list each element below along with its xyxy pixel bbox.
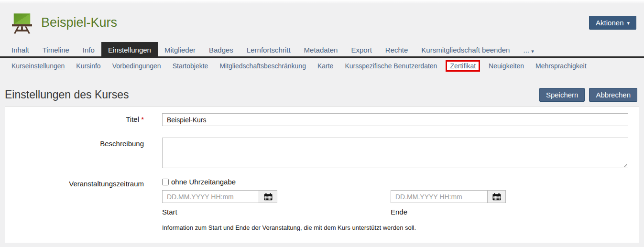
page-header: Beispiel-Kurs Aktionen ▾ xyxy=(0,0,644,42)
tab-rechte[interactable]: Rechte xyxy=(379,43,415,56)
form-row-event-period: Veranstaltungszeitraum ohne Uhrzeitangab… xyxy=(5,178,628,231)
calendar-icon xyxy=(492,193,501,201)
tab-more-label: ... xyxy=(523,46,529,54)
main-tabbar: Inhalt Timeline Info Einstellungen Mitgl… xyxy=(0,42,644,58)
subtab-startobjekte[interactable]: Startobjekte xyxy=(173,62,208,70)
title-label: Titel * xyxy=(5,113,162,126)
title-input[interactable] xyxy=(162,113,628,126)
no-time-row: ohne Uhrzeitangabe xyxy=(162,178,628,186)
event-period-control: ohne Uhrzeitangabe xyxy=(162,178,628,231)
tab-lernfortschritt[interactable]: Lernfortschritt xyxy=(240,43,297,56)
subtab-vorbedingungen[interactable]: Vorbedingungen xyxy=(112,62,161,70)
cancel-button[interactable]: Abbrechen xyxy=(589,88,637,102)
description-textarea[interactable] xyxy=(162,138,628,168)
tab-metadaten[interactable]: Metadaten xyxy=(297,43,345,56)
description-label: Beschreibung xyxy=(5,138,162,168)
end-calendar-button[interactable] xyxy=(487,191,505,203)
page-title: Beispiel-Kurs xyxy=(41,15,589,30)
actions-button[interactable]: Aktionen ▾ xyxy=(589,16,636,30)
subtab-kurseinstellungen[interactable]: Kurseinstellungen xyxy=(11,62,65,70)
actions-button-label: Aktionen xyxy=(596,19,623,27)
tab-inhalt[interactable]: Inhalt xyxy=(5,43,36,56)
start-calendar-button[interactable] xyxy=(259,191,277,203)
tab-export[interactable]: Export xyxy=(344,43,378,56)
start-caption: Start xyxy=(162,208,277,216)
start-date-input-group xyxy=(162,190,277,203)
caret-down-icon: ▾ xyxy=(627,21,630,26)
end-caption: Ende xyxy=(391,208,506,216)
subtab-neuigkeiten[interactable]: Neuigkeiten xyxy=(489,62,524,70)
tab-mitglieder[interactable]: Mitglieder xyxy=(158,43,202,56)
subtab-karte[interactable]: Karte xyxy=(317,62,333,70)
tab-more[interactable]: ... ▾ xyxy=(516,43,540,56)
required-marker: * xyxy=(141,115,144,123)
form-row-title: Titel * xyxy=(5,113,628,126)
content-heading: Einstellungen des Kurses xyxy=(5,88,129,101)
caret-down-icon: ▾ xyxy=(531,48,534,54)
course-easel-icon xyxy=(11,11,33,34)
title-control xyxy=(162,113,628,126)
tab-badges[interactable]: Badges xyxy=(202,43,240,56)
event-period-info: Information zum Start und Ende der Veran… xyxy=(162,224,628,231)
description-control xyxy=(162,138,628,168)
no-time-checkbox[interactable] xyxy=(162,179,169,185)
content-heading-row: Einstellungen des Kurses Speichern Abbre… xyxy=(0,75,644,106)
end-date-input[interactable] xyxy=(391,191,487,203)
sub-tabbar: Kurseinstellungen Kursinfo Vorbedingunge… xyxy=(0,58,644,75)
date-groups: Start xyxy=(162,190,628,216)
settings-form-panel: Titel * Beschreibung Veranstaltungszeitr… xyxy=(5,107,639,243)
save-button[interactable]: Speichern xyxy=(539,88,585,102)
subtab-kursspezifische-benutzerdaten[interactable]: Kursspezifische Benutzerdaten xyxy=(345,62,437,70)
tab-info[interactable]: Info xyxy=(76,43,101,56)
no-time-label: ohne Uhrzeitangabe xyxy=(171,178,236,186)
start-date-input[interactable] xyxy=(163,191,259,203)
tab-einstellungen[interactable]: Einstellungen xyxy=(101,42,158,56)
subtab-mitgliedschaftsbeschraenkung[interactable]: Mitgliedschaftsbeschränkung xyxy=(219,62,306,70)
tab-kursmitgliedschaft-beenden[interactable]: Kursmitgliedschaft beenden xyxy=(415,43,516,56)
end-date-input-group xyxy=(391,190,506,203)
calendar-icon xyxy=(264,193,273,201)
tab-timeline[interactable]: Timeline xyxy=(36,43,76,56)
end-date-group: Ende xyxy=(391,190,506,216)
subtab-kursinfo[interactable]: Kursinfo xyxy=(76,62,100,70)
subtab-zertifikat[interactable]: Zertifikat xyxy=(446,60,480,72)
subtab-mehrsprachigkeit[interactable]: Mehrsprachigkeit xyxy=(535,62,587,70)
form-row-description: Beschreibung xyxy=(5,138,628,168)
form-action-buttons: Speichern Abbrechen xyxy=(539,88,637,102)
start-date-group: Start xyxy=(162,190,277,216)
event-period-label: Veranstaltungszeitraum xyxy=(5,178,162,231)
